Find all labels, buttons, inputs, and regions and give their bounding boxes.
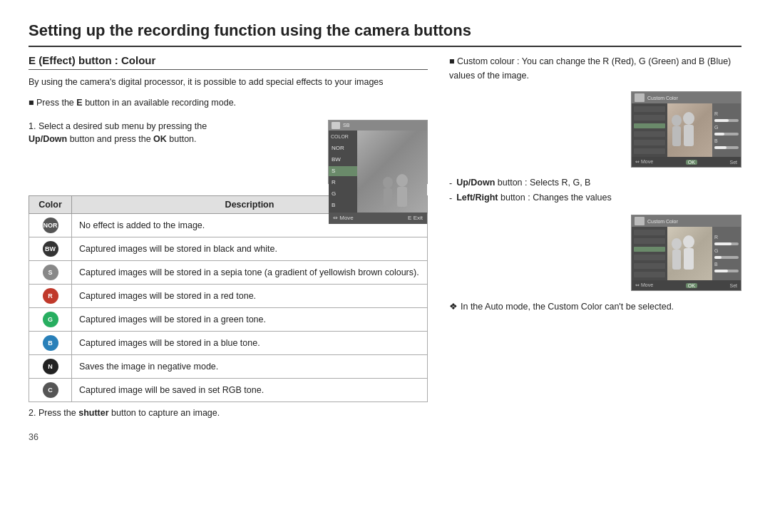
intro-text: By using the camera's digital processor,… — [29, 76, 428, 89]
left-column: E (Effect) button : Colour By using the … — [29, 54, 428, 442]
svg-point-6 — [672, 115, 682, 126]
page-number: 36 — [29, 432, 428, 442]
table-row: NSaves the image in negative mode. — [29, 354, 428, 378]
right-column: ■ Custom colour : You can change the R (… — [449, 54, 741, 442]
table-row: RCaptured images will be stored in a red… — [29, 284, 428, 307]
custom-color-cam-2: Custom Color — [631, 215, 741, 291]
step1: 1. Select a desired sub menu by pressing… — [29, 120, 428, 184]
color-desc-cell: Captured images will be stored in a gree… — [72, 307, 428, 331]
button-instructions: - Up/Down button : Selects R, G, B - Lef… — [449, 178, 741, 203]
color-badge-cell: S — [29, 260, 72, 284]
color-table: Color Description NORNo effect is added … — [29, 195, 428, 402]
color-badge-cell: B — [29, 331, 72, 354]
table-row: BCaptured images will be stored in a blu… — [29, 331, 428, 354]
table-row: SCaptured images will be stored in a sep… — [29, 260, 428, 284]
table-row: GCaptured images will be stored in a gre… — [29, 307, 428, 331]
svg-point-0 — [396, 174, 408, 187]
custom-colour-note: ■ Custom colour : You can change the R (… — [449, 54, 741, 83]
svg-rect-1 — [397, 187, 407, 207]
table-row: BWCaptured images will be stored in blac… — [29, 237, 428, 260]
svg-rect-9 — [684, 248, 694, 270]
svg-point-4 — [683, 112, 694, 125]
svg-point-2 — [383, 177, 393, 188]
color-desc-cell: Saves the image in negative mode. — [72, 354, 428, 378]
color-desc-cell: Captured images will be stored in black … — [72, 237, 428, 260]
step2: 2. Press the shutter button to capture a… — [29, 408, 428, 418]
bullet-leftright: - Left/Right button : Changes the values — [449, 193, 741, 203]
color-badge-cell: C — [29, 378, 72, 401]
svg-rect-7 — [672, 126, 681, 146]
section-title: E (Effect) button : Colour — [29, 54, 428, 70]
table-row: CCaptured image will be saved in set RGB… — [29, 378, 428, 401]
color-badge-cell: G — [29, 307, 72, 331]
svg-point-8 — [683, 235, 694, 248]
auto-mode-note: ❖In the Auto mode, the Custom Color can'… — [449, 301, 741, 312]
color-badge-cell: N — [29, 354, 72, 378]
camera-preview-1: SB COLOR NOR BW S R G B — [328, 120, 428, 184]
color-badge-cell: BW — [29, 237, 72, 260]
page-title: Setting up the recording function using … — [29, 21, 741, 47]
svg-rect-3 — [384, 188, 392, 206]
col-color: Color — [29, 195, 72, 213]
color-badge-cell: R — [29, 284, 72, 307]
color-desc-cell: Captured images will be stored in a red … — [72, 284, 428, 307]
press-note: ■ Press the E button in an available rec… — [29, 96, 428, 110]
color-desc-cell: Captured image will be saved in set RGB … — [72, 378, 428, 401]
svg-rect-11 — [672, 250, 681, 270]
bullet-updown: - Up/Down button : Selects R, G, B — [449, 178, 741, 188]
color-desc-cell: Captured images will be stored in a blue… — [72, 331, 428, 354]
svg-rect-5 — [684, 125, 694, 146]
main-layout: E (Effect) button : Colour By using the … — [29, 54, 741, 442]
custom-color-cam-1: Custom Color — [631, 91, 741, 168]
color-desc-cell: Captured images will be stored in a sepi… — [72, 260, 428, 284]
svg-point-10 — [672, 238, 682, 250]
color-badge-cell: NOR — [29, 213, 72, 237]
